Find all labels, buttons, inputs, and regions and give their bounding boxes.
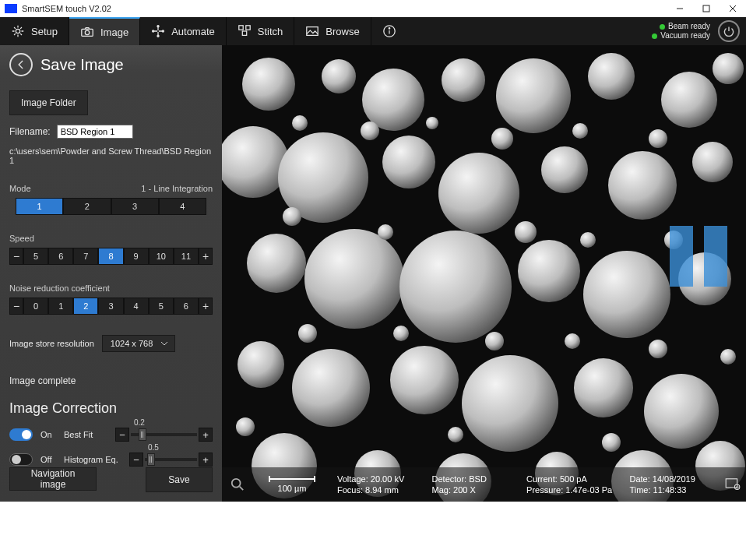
speed-selector[interactable]: − 5 6 7 8 9 10 11 + bbox=[9, 248, 213, 265]
histeq-slider[interactable]: 0.5 − + bbox=[129, 453, 213, 467]
status-focus: Focus: 8.94 mm bbox=[337, 485, 421, 495]
svg-point-53 bbox=[361, 122, 379, 140]
navigation-image-button[interactable]: Navigation image bbox=[9, 467, 97, 491]
image-correction-title: Image Correction bbox=[9, 400, 213, 417]
noise-option[interactable]: 0 bbox=[23, 298, 48, 315]
display-settings-icon[interactable] bbox=[720, 467, 746, 502]
info-icon[interactable] bbox=[382, 24, 396, 38]
mode-option[interactable]: 4 bbox=[159, 198, 206, 215]
svg-point-4 bbox=[16, 29, 19, 33]
noise-decrement[interactable]: − bbox=[9, 298, 23, 315]
back-button[interactable] bbox=[9, 53, 33, 76]
slider-increment[interactable]: + bbox=[199, 453, 213, 467]
pause-icon[interactable] bbox=[670, 226, 727, 287]
noise-option[interactable]: 1 bbox=[48, 298, 73, 315]
speed-option[interactable]: 11 bbox=[174, 248, 199, 265]
maximize-button[interactable] bbox=[693, 0, 720, 17]
svg-point-65 bbox=[485, 332, 504, 350]
status-vacuum: Vacuum ready bbox=[660, 31, 710, 41]
svg-point-8 bbox=[162, 30, 164, 32]
noise-option[interactable]: 4 bbox=[124, 298, 149, 315]
resolution-select[interactable]: 1024 x 768 bbox=[102, 335, 175, 352]
svg-point-69 bbox=[236, 417, 255, 436]
bestfit-slider[interactable]: 0.2 − + bbox=[115, 428, 213, 442]
svg-point-36 bbox=[399, 231, 512, 343]
noise-option[interactable]: 3 bbox=[98, 298, 123, 315]
scale-bar: 100 µm bbox=[253, 467, 331, 502]
mode-option[interactable]: 2 bbox=[63, 198, 111, 215]
svg-point-72 bbox=[232, 479, 241, 488]
bestfit-name: Best Fit bbox=[64, 430, 107, 439]
svg-point-52 bbox=[292, 115, 308, 131]
svg-point-40 bbox=[238, 341, 284, 388]
tab-stitch[interactable]: Stitch bbox=[227, 17, 295, 45]
bestfit-toggle[interactable] bbox=[9, 428, 33, 441]
svg-point-70 bbox=[448, 427, 463, 442]
tab-label: Image bbox=[100, 26, 128, 38]
minimize-button[interactable] bbox=[667, 0, 693, 17]
power-button[interactable] bbox=[718, 20, 740, 42]
histeq-toggle[interactable] bbox=[9, 453, 33, 466]
svg-point-54 bbox=[426, 117, 438, 129]
close-button[interactable] bbox=[720, 0, 746, 17]
svg-point-32 bbox=[608, 151, 677, 220]
noise-option[interactable]: 5 bbox=[149, 298, 174, 315]
svg-point-9 bbox=[157, 26, 159, 27]
slider-decrement[interactable]: − bbox=[129, 453, 143, 467]
svg-point-45 bbox=[644, 374, 719, 449]
status-time: Time: 11:48:33 bbox=[629, 485, 713, 495]
status-dot-vacuum bbox=[652, 33, 657, 39]
svg-point-30 bbox=[438, 153, 519, 234]
tab-setup[interactable]: Setup bbox=[0, 17, 69, 45]
filename-input[interactable] bbox=[57, 125, 133, 139]
speed-option[interactable]: 6 bbox=[48, 248, 73, 265]
status-voltage: Voltage: 20.00 kV bbox=[337, 474, 421, 484]
noise-option[interactable]: 6 bbox=[174, 298, 199, 315]
tab-automate[interactable]: Automate bbox=[140, 17, 227, 45]
svg-point-68 bbox=[720, 349, 736, 365]
tab-browse[interactable]: Browse bbox=[294, 17, 371, 45]
mode-option[interactable]: 1 bbox=[16, 198, 63, 215]
svg-point-22 bbox=[442, 58, 485, 102]
speed-decrement[interactable]: − bbox=[9, 248, 23, 265]
speed-option[interactable]: 8 bbox=[98, 248, 123, 265]
svg-point-6 bbox=[85, 30, 89, 34]
svg-point-31 bbox=[541, 146, 588, 193]
speed-option[interactable]: 5 bbox=[23, 248, 48, 265]
speed-option[interactable]: 10 bbox=[149, 248, 174, 265]
status-bar: 100 µm Voltage: 20.00 kV Detector: BSD C… bbox=[222, 467, 746, 502]
speed-increment[interactable]: + bbox=[199, 248, 213, 265]
mode-option[interactable]: 3 bbox=[111, 198, 159, 215]
slider-increment[interactable]: + bbox=[199, 428, 213, 442]
svg-point-71 bbox=[602, 433, 621, 452]
slider-decrement[interactable]: − bbox=[115, 428, 129, 442]
camera-icon bbox=[80, 25, 94, 39]
zoom-icon[interactable] bbox=[222, 467, 253, 502]
noise-label: Noise reduction coefficient bbox=[9, 284, 110, 293]
svg-point-55 bbox=[491, 128, 513, 150]
svg-point-34 bbox=[247, 234, 306, 293]
speed-option[interactable]: 7 bbox=[73, 248, 98, 265]
gear-icon bbox=[11, 24, 25, 38]
sem-viewport[interactable]: 100 µm Voltage: 20.00 kV Detector: BSD C… bbox=[222, 45, 746, 502]
svg-rect-74 bbox=[726, 479, 737, 488]
svg-point-25 bbox=[661, 72, 717, 128]
svg-point-63 bbox=[298, 324, 317, 343]
status-date: Date: 14/08/2019 bbox=[629, 474, 713, 484]
image-folder-button[interactable]: Image Folder bbox=[9, 90, 88, 115]
tab-image[interactable]: Image bbox=[69, 17, 140, 45]
mode-selector[interactable]: 1 2 3 4 bbox=[16, 198, 206, 215]
svg-rect-12 bbox=[246, 26, 250, 30]
svg-point-10 bbox=[157, 35, 159, 37]
svg-rect-11 bbox=[239, 26, 243, 30]
file-path: c:\users\sem\Powder and Screw Thread\BSD… bbox=[9, 146, 213, 165]
svg-point-37 bbox=[518, 240, 580, 302]
svg-point-21 bbox=[362, 69, 424, 131]
speed-option[interactable]: 9 bbox=[124, 248, 149, 265]
noise-selector[interactable]: − 0 1 2 3 4 5 6 + bbox=[9, 298, 213, 315]
svg-point-7 bbox=[153, 30, 154, 32]
save-button[interactable]: Save bbox=[146, 467, 213, 492]
svg-point-59 bbox=[378, 224, 393, 240]
noise-option[interactable]: 2 bbox=[73, 298, 98, 315]
noise-increment[interactable]: + bbox=[199, 298, 213, 315]
